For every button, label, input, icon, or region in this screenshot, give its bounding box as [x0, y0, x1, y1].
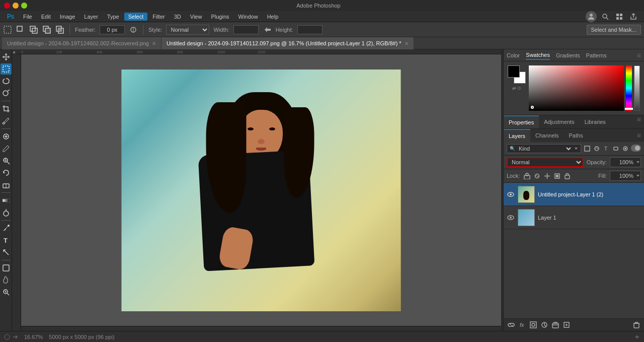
filter-toggle-icon[interactable] [631, 145, 641, 152]
lock-image-icon[interactable] [533, 172, 541, 180]
link-layers-icon[interactable] [507, 320, 516, 329]
add-adjustment-icon[interactable] [540, 320, 549, 329]
lock-position-icon[interactable] [543, 172, 551, 180]
path-select-tool[interactable] [1, 247, 12, 258]
brush-tool[interactable] [1, 143, 12, 154]
eyedropper-tool[interactable] [1, 115, 12, 126]
reset-colors-icon[interactable]: ⊙ [517, 86, 521, 91]
feather-input[interactable] [100, 25, 125, 34]
minimize-button[interactable] [13, 3, 19, 9]
add-mask-icon[interactable] [529, 320, 538, 329]
adjustments-tab[interactable]: Adjustments [539, 115, 580, 128]
opacity-input[interactable] [610, 157, 635, 167]
sub-sel-icon[interactable] [42, 25, 51, 34]
tab1-close[interactable]: ✕ [152, 41, 156, 46]
fill-input[interactable] [610, 171, 635, 181]
props-panel-menu[interactable]: ≡ [634, 115, 644, 128]
maximize-button[interactable] [21, 3, 27, 9]
menu-window[interactable]: Window [234, 13, 262, 21]
channels-tab[interactable]: Channels [530, 129, 564, 142]
patterns-tab[interactable]: Patterns [586, 51, 607, 59]
menu-3d[interactable]: 3D [170, 13, 185, 21]
swap-colors-icon[interactable]: ⇄ [512, 86, 516, 91]
tab-1[interactable]: Untitled design - 2024-09-19T124602.002-… [2, 37, 162, 49]
menu-view[interactable]: View [186, 13, 206, 21]
alpha-bar[interactable] [634, 65, 640, 111]
type-tool[interactable]: T [1, 235, 12, 246]
move-tool[interactable] [1, 51, 12, 62]
lock-transparent-icon[interactable] [523, 172, 531, 180]
canvas-area[interactable]: 0 200 400 600 800 1000 1200 [12, 49, 501, 331]
marquee-tool[interactable] [1, 63, 12, 75]
gradient-tool[interactable] [1, 195, 12, 206]
menu-filter[interactable]: Filter [148, 13, 169, 21]
menu-layer[interactable]: Layer [80, 13, 102, 21]
layer-vis-2[interactable] [507, 214, 515, 222]
intersect-sel-icon[interactable] [55, 25, 64, 34]
tab2-close[interactable]: ✕ [405, 41, 409, 46]
swatches-tab[interactable]: Swatches [526, 51, 550, 60]
add-sel-icon[interactable] [29, 25, 38, 34]
lock-all-icon[interactable] [563, 172, 571, 180]
shape-tool[interactable] [1, 262, 12, 273]
select-mask-button[interactable]: Select and Mask... [587, 25, 641, 35]
zoom-tool[interactable] [1, 287, 12, 298]
lasso-tool[interactable] [1, 76, 12, 87]
layers-panel-menu[interactable]: ≡ [634, 131, 644, 140]
properties-tab[interactable]: Properties [504, 115, 539, 128]
menu-ps[interactable]: Ps [2, 11, 18, 22]
libraries-tab[interactable]: Libraries [580, 115, 611, 128]
menu-select[interactable]: Select [124, 13, 148, 21]
filter-smart-icon[interactable] [621, 145, 629, 153]
new-sel-icon[interactable] [16, 25, 25, 34]
history-brush-tool[interactable] [1, 167, 12, 178]
delete-layer-icon[interactable] [632, 320, 641, 329]
paths-tab[interactable]: Paths [564, 129, 588, 142]
menu-plugins[interactable]: Plugins [207, 13, 233, 21]
add-layer-icon[interactable] [562, 320, 571, 329]
filter-type-icon[interactable]: T [602, 145, 610, 153]
scrollbar-horizontal[interactable] [21, 326, 501, 331]
pen-tool[interactable] [1, 223, 12, 234]
style-select[interactable]: Normal Fixed Ratio Fixed Size [166, 25, 209, 35]
crop-tool[interactable] [1, 103, 12, 114]
lock-artboard-icon[interactable] [553, 172, 561, 180]
view-icon[interactable] [614, 11, 625, 22]
menu-help[interactable]: Help [263, 13, 283, 21]
eraser-tool[interactable] [1, 179, 12, 190]
filter-adjustment-icon[interactable] [593, 145, 601, 153]
share-icon[interactable] [628, 11, 639, 22]
add-group-icon[interactable] [551, 320, 560, 329]
swap-wh-icon[interactable] [263, 25, 272, 34]
blend-mode-select[interactable]: Normal Multiply Screen Overlay [507, 157, 584, 167]
dodge-tool[interactable] [1, 207, 12, 218]
hue-bar[interactable] [626, 65, 632, 111]
account-icon[interactable] [586, 11, 597, 22]
canvas-container[interactable] [21, 54, 501, 326]
quick-select-tool[interactable] [1, 88, 12, 99]
filter-shape-icon[interactable] [612, 145, 620, 153]
add-fx-icon[interactable]: fx [518, 320, 527, 329]
hand-tool[interactable] [1, 275, 12, 286]
menu-image[interactable]: Image [56, 13, 79, 21]
menu-type[interactable]: Type [103, 13, 123, 21]
layers-tab[interactable]: Layers [504, 129, 530, 142]
clone-stamp-tool[interactable] [1, 155, 12, 166]
color-gradient-picker[interactable] [529, 65, 624, 111]
foreground-color[interactable] [508, 65, 520, 78]
tab-2[interactable]: Untitled design - 2024-09-19T140112.097.… [162, 37, 414, 49]
menu-file[interactable]: File [19, 13, 36, 21]
color-tab[interactable]: Color [507, 51, 520, 59]
layer-vis-1[interactable] [507, 190, 515, 198]
healing-tool[interactable] [1, 131, 12, 142]
filter-pixel-icon[interactable] [583, 145, 591, 153]
color-panel-menu[interactable]: ≡ [637, 51, 641, 59]
layer-item-2[interactable]: Layer 1 [504, 206, 644, 229]
menu-edit[interactable]: Edit [37, 13, 55, 21]
search-icon[interactable] [600, 11, 611, 22]
close-button[interactable] [4, 3, 10, 9]
layer-item-1[interactable]: Untitled project-Layer 1 (2) [504, 183, 644, 206]
filter-kind-select[interactable]: Kind [517, 145, 573, 152]
gradients-tab[interactable]: Gradients [556, 51, 580, 59]
svg-rect-42 [585, 146, 590, 151]
